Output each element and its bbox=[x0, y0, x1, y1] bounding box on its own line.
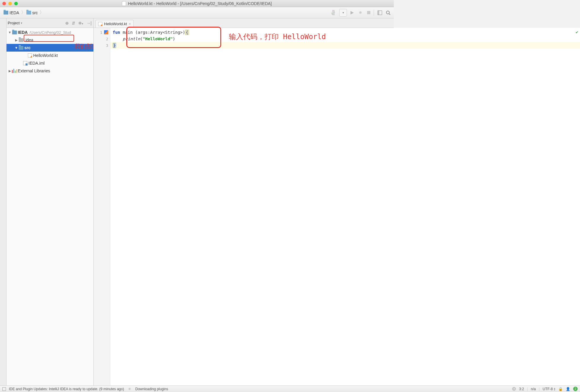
project-tree: ▼ IEDA /Users/CnPeng/02_Stud ▶ .idea ▼ s… bbox=[7, 28, 94, 266]
chevron-right-icon: 〉 bbox=[39, 9, 44, 16]
tree-label: HelloWorld.kt bbox=[33, 53, 58, 58]
line-number: 3 bbox=[106, 43, 108, 48]
tree-path: /Users/CnPeng/02_Stud bbox=[29, 30, 71, 35]
svg-line-4 bbox=[389, 14, 390, 15]
expand-arrow-icon[interactable]: ▶ bbox=[8, 69, 12, 73]
tab-helloworld[interactable]: HelloWorld.kt × bbox=[95, 20, 134, 28]
gutter-line[interactable]: 3 bbox=[94, 42, 110, 49]
tab-label: HelloWorld.kt bbox=[104, 22, 127, 26]
main-area: ▼ IEDA /Users/CnPeng/02_Stud ▶ .idea ▼ s… bbox=[7, 28, 394, 266]
editor-tabs: HelloWorld.kt × bbox=[94, 18, 134, 28]
line-number: 2 bbox=[106, 37, 108, 41]
bug-icon: ✺ bbox=[359, 10, 362, 15]
close-tab-button[interactable]: × bbox=[129, 22, 131, 26]
breadcrumb-label: src bbox=[32, 10, 38, 15]
module-file-icon bbox=[23, 61, 27, 65]
toolbar-right: ↓ 01 10 01 ▾ ✺ bbox=[331, 9, 391, 17]
run-button[interactable] bbox=[349, 9, 355, 17]
project-folder-icon bbox=[12, 31, 17, 34]
folder-icon bbox=[19, 38, 23, 42]
tree-file-helloworld[interactable]: HelloWorld.kt bbox=[7, 52, 93, 59]
annotation-text-file: 我们新建的文件名 bbox=[74, 42, 94, 50]
update-button[interactable]: ↓ 01 10 01 bbox=[331, 9, 337, 17]
tree-label: .idea bbox=[24, 38, 33, 42]
layout-icon bbox=[377, 10, 382, 15]
svg-rect-2 bbox=[378, 11, 379, 15]
project-label: Project bbox=[8, 21, 20, 25]
gutter-line[interactable]: 2 bbox=[94, 36, 110, 42]
source-folder-icon bbox=[19, 46, 23, 50]
gear-icon: ✲ bbox=[78, 21, 82, 26]
gutter-line[interactable]: 1 bbox=[94, 29, 110, 36]
stop-icon bbox=[367, 11, 370, 14]
breadcrumb-src[interactable]: src bbox=[25, 10, 40, 15]
binary-icon: 01 10 01 bbox=[332, 10, 337, 15]
collapse-all-button[interactable]: ⇵ bbox=[72, 21, 75, 26]
document-icon bbox=[122, 1, 126, 6]
run-config-dropdown[interactable]: ▾ bbox=[339, 9, 347, 17]
expand-arrow-icon[interactable]: ▼ bbox=[8, 31, 12, 34]
breadcrumb-label: IEDA bbox=[9, 10, 19, 15]
window-titlebar: HelloWorld.kt - HelloWorld - [/Users/CnP… bbox=[0, 0, 394, 7]
window-title: HelloWorld.kt - HelloWorld - [/Users/CnP… bbox=[0, 1, 394, 6]
search-icon bbox=[386, 10, 391, 15]
kotlin-file-icon bbox=[98, 22, 102, 26]
breadcrumb-project[interactable]: IEDA bbox=[2, 10, 22, 15]
editor-gutter: 1 2 3 bbox=[94, 28, 110, 266]
search-everywhere-button[interactable] bbox=[385, 9, 391, 17]
svg-marker-0 bbox=[350, 11, 354, 15]
run-gutter-icon[interactable] bbox=[104, 30, 108, 34]
project-folder-icon bbox=[4, 11, 8, 15]
code-line[interactable]: } bbox=[110, 42, 394, 49]
line-number: 1 bbox=[100, 30, 102, 35]
expand-arrow-icon[interactable]: ▶ bbox=[14, 38, 18, 42]
breadcrumb: IEDA 〉 src 〉 bbox=[2, 9, 44, 16]
folder-icon bbox=[26, 11, 31, 15]
tree-label: src bbox=[24, 45, 31, 50]
tool-header: Project ▾ ⊕ ⇵ ✲▾ →| HelloWorld.kt × bbox=[0, 18, 394, 28]
annotation-text-code: 输入代码，打印 HelloWorld bbox=[229, 32, 326, 42]
play-icon bbox=[350, 11, 354, 15]
layout-settings-button[interactable] bbox=[377, 9, 383, 17]
code-editor[interactable]: 1 2 3 fun main (args:Array<String>){ pri… bbox=[94, 28, 394, 266]
tree-label: External Libraries bbox=[17, 68, 50, 73]
tree-label: IEDA.iml bbox=[28, 61, 44, 66]
separator bbox=[374, 10, 375, 16]
stop-button[interactable] bbox=[365, 9, 372, 17]
settings-gear-button[interactable]: ✲▾ bbox=[78, 21, 83, 26]
libraries-icon bbox=[12, 69, 17, 73]
chevron-down-icon: ▾ bbox=[21, 21, 22, 25]
chevron-down-icon: ▾ bbox=[82, 22, 83, 25]
scroll-target-button[interactable]: ⊕ bbox=[65, 21, 69, 26]
debug-button[interactable]: ✺ bbox=[357, 9, 364, 17]
left-tool-strip[interactable] bbox=[0, 18, 7, 266]
hide-tool-button[interactable]: →| bbox=[86, 21, 92, 26]
chevron-down-icon: ▾ bbox=[342, 11, 344, 14]
project-tool-header: Project ▾ ⊕ ⇵ ✲▾ →| bbox=[0, 18, 94, 28]
tree-file-iml[interactable]: IEDA.iml bbox=[7, 59, 93, 67]
tree-label: IEDA bbox=[17, 30, 28, 35]
expand-arrow-icon[interactable]: ▼ bbox=[14, 46, 18, 50]
kotlin-file-icon bbox=[28, 53, 32, 58]
window-title-text: HelloWorld.kt - HelloWorld - [/Users/CnP… bbox=[128, 1, 272, 6]
code-area[interactable]: fun main (args:Array<String>){ println("… bbox=[110, 28, 394, 266]
project-tool-buttons: ⊕ ⇵ ✲▾ →| bbox=[65, 21, 93, 26]
tree-external-libraries[interactable]: ▶ External Libraries bbox=[7, 67, 93, 75]
tree-root[interactable]: ▼ IEDA /Users/CnPeng/02_Stud bbox=[7, 28, 93, 36]
svg-point-3 bbox=[386, 11, 389, 14]
navigation-bar: IEDA 〉 src 〉 ↓ 01 10 01 ▾ ✺ bbox=[0, 7, 394, 18]
